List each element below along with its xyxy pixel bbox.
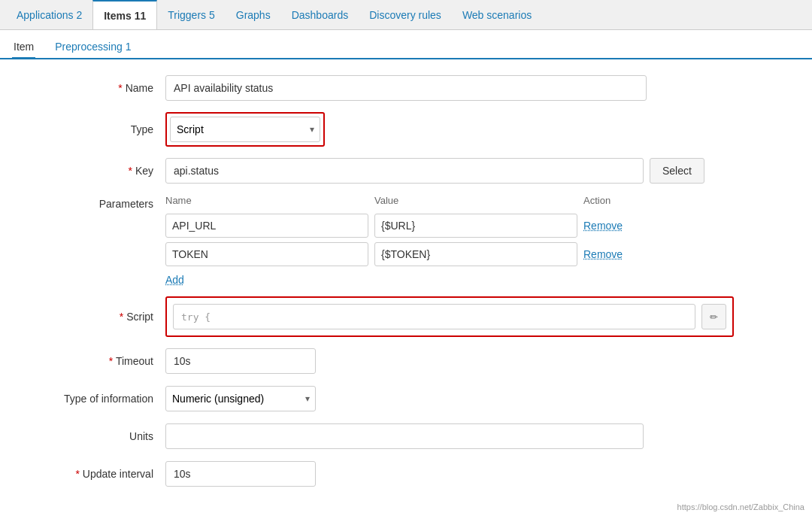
script-input[interactable] [173,304,695,329]
param-name-input-0[interactable] [165,214,368,238]
type-info-select-container: Numeric (unsigned) Numeric (float) Chara… [165,386,316,411]
key-input[interactable] [165,158,644,184]
watermark-text: https://blog.csdn.net/Zabbix_China [677,502,804,511]
add-param-button[interactable]: Add [165,274,184,286]
script-input-wrapper: ✏ [165,296,734,337]
tab-item[interactable]: Item [12,36,35,59]
nav-label-graphs: Graphs [236,9,271,21]
nav-badge-applications: 2 [76,9,82,21]
parameters-table: Name Value Action Remove Remove Add [165,195,644,286]
update-interval-row: Update interval [30,460,782,487]
nav-item-applications[interactable]: Applications 2 [6,0,92,29]
edit-script-button[interactable]: ✏ [701,304,726,329]
nav-item-web-scenarios[interactable]: Web scenarios [452,0,542,29]
nav-label-items: Items [104,10,132,22]
params-add-row: Add [165,271,644,286]
units-input[interactable] [165,423,644,449]
timeout-input[interactable] [165,348,316,374]
nav-label-discovery-rules: Discovery rules [369,9,441,21]
update-label: Update interval [30,468,165,480]
type-row: Type Script Zabbix agent SNMP JMX SSH HT… [30,112,782,147]
params-col-action: Action [583,195,644,206]
name-input[interactable] [165,75,647,101]
param-name-input-1[interactable] [165,242,368,266]
params-col-name: Name [165,195,368,206]
script-label: Script [30,311,165,323]
nav-item-triggers[interactable]: Triggers 5 [157,0,226,29]
select-button[interactable]: Select [650,158,704,184]
type-info-row: Type of information Numeric (unsigned) N… [30,385,782,412]
param-value-input-1[interactable] [374,242,577,266]
nav-badge-items: 11 [135,10,147,22]
nav-item-dashboards[interactable]: Dashboards [281,0,359,29]
units-label: Units [30,430,165,442]
type-info-select[interactable]: Numeric (unsigned) Numeric (float) Chara… [165,386,316,411]
param-remove-btn-1[interactable]: Remove [583,248,623,260]
name-row: Name [30,74,782,102]
item-form: Name Type Script Zabbix agent SNMP JMX S… [0,59,812,513]
name-label: Name [30,82,165,94]
key-input-group: Select [165,158,704,184]
type-select-wrapper: Script Zabbix agent SNMP JMX SSH HTTP ag… [165,112,325,147]
nav-item-discovery-rules[interactable]: Discovery rules [359,0,452,29]
update-input[interactable] [165,461,316,487]
timeout-label: Timeout [30,355,165,367]
nav-label-dashboards: Dashboards [292,9,349,21]
nav-label-web-scenarios: Web scenarios [462,9,532,21]
param-remove-btn-0[interactable]: Remove [583,220,623,232]
param-row-1: Remove [165,242,644,266]
nav-label-triggers: Triggers [168,9,206,21]
nav-badge-triggers: 5 [209,9,215,21]
nav-label-applications: Applications [17,9,74,21]
units-row: Units [30,423,782,450]
key-row: Key Select [30,157,782,184]
nav-item-items[interactable]: Items 11 [92,0,157,29]
top-navigation: Applications 2 Items 11 Triggers 5 Graph… [0,0,812,30]
script-row: Script ✏ [30,296,782,337]
type-select[interactable]: Script Zabbix agent SNMP JMX SSH HTTP ag… [170,117,320,142]
key-label: Key [30,165,165,177]
param-value-input-0[interactable] [374,214,577,238]
nav-item-graphs[interactable]: Graphs [226,0,281,29]
timeout-row: Timeout [30,348,782,375]
type-label: Type [30,123,165,135]
parameters-row: Parameters Name Value Action Remove Remo… [30,195,782,286]
param-row-0: Remove [165,214,644,238]
type-select-container: Script Zabbix agent SNMP JMX SSH HTTP ag… [170,117,320,142]
edit-pencil-icon: ✏ [710,311,718,323]
params-header: Name Value Action [165,195,644,209]
tab-preprocessing[interactable]: Preprocessing 1 [53,36,132,59]
type-info-label: Type of information [30,393,165,405]
params-col-value: Value [374,195,577,206]
parameters-label: Parameters [30,195,165,210]
sub-tab-bar: Item Preprocessing 1 [0,30,812,59]
